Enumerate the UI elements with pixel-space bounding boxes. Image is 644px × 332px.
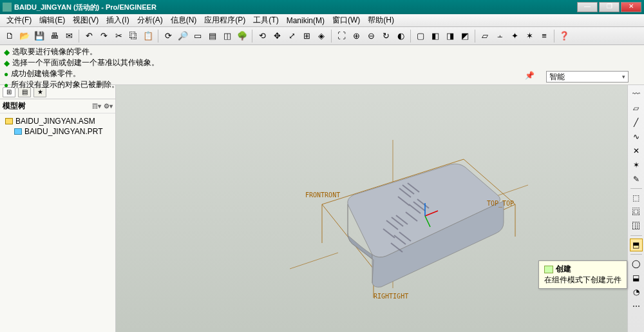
assemble-icon[interactable]: ⬚: [630, 191, 643, 204]
zoom-out-icon[interactable]: ⊖: [364, 29, 378, 43]
select-icon[interactable]: ▭: [191, 29, 205, 43]
redo-icon[interactable]: ↷: [97, 29, 111, 43]
menu-manikin[interactable]: Manikin(M): [283, 15, 328, 26]
csys-icon[interactable]: ✶: [630, 159, 643, 171]
annotation-icon[interactable]: ≡: [537, 29, 551, 43]
datum-plane-icon[interactable]: ▱: [478, 29, 492, 43]
datum-axis-icon[interactable]: ╱: [630, 116, 643, 129]
tree-child[interactable]: BAIDU_JINGYAN.PRT: [3, 126, 113, 137]
new-icon[interactable]: 🗋: [3, 29, 17, 43]
extrude-icon[interactable]: ⬓: [630, 271, 643, 284]
sidebar: ⊞ ▤ ★ 模型树 ☶▾ ⚙▾ BAIDU_JINGYAN.ASM BAIDU_…: [0, 85, 116, 332]
paste-icon[interactable]: 📋: [141, 29, 155, 43]
nohidden-icon[interactable]: ◨: [443, 29, 457, 43]
bullet-icon: ◆: [4, 59, 10, 68]
datum-point-icon[interactable]: ✕: [630, 144, 643, 157]
datum-csys-icon[interactable]: ✶: [522, 29, 536, 43]
pan-icon[interactable]: ✥: [270, 29, 284, 43]
minimize-button[interactable]: —: [577, 2, 598, 12]
find-icon[interactable]: 🔎: [176, 29, 190, 43]
toolbar: 🗋 📂 💾 🖶 ✉ ↶ ↷ ✂ ⿻ 📋 ⟳ 🔎 ▭ ▤ ◫ 🌳 ⟲ ✥ ⤢ ⊞ …: [0, 27, 644, 45]
zoom-icon[interactable]: ⤢: [285, 29, 299, 43]
menu-edit[interactable]: 编辑(E): [35, 14, 69, 27]
menu-help[interactable]: 帮助(H): [364, 14, 398, 27]
toolbar-sep: [331, 30, 332, 43]
maximize-button[interactable]: ❐: [599, 2, 620, 12]
tooltip-icon: [544, 266, 553, 273]
menu-insert[interactable]: 插入(I): [102, 14, 133, 27]
viewport[interactable]: FRONTRONT TOP_TOP RIGHTIGHT: [116, 85, 627, 332]
toolbar-sep: [630, 254, 642, 255]
orient-icon[interactable]: ⊞: [299, 29, 314, 43]
close-button[interactable]: ✕: [621, 2, 641, 12]
model-display: [290, 121, 541, 301]
tree-root[interactable]: BAIDU_JINGYAN.ASM: [3, 116, 113, 126]
toolbar-sep: [252, 30, 252, 43]
tree-show-icon[interactable]: ☶▾: [92, 103, 101, 110]
cut-icon[interactable]: ✂: [111, 29, 126, 43]
open-icon[interactable]: 📂: [17, 29, 32, 43]
copy-icon[interactable]: ⿻: [126, 29, 140, 43]
hidden-icon[interactable]: ◧: [428, 29, 442, 43]
selection-filter-dropdown[interactable]: 智能: [546, 71, 629, 83]
part-icon: [14, 128, 22, 135]
menu-application[interactable]: 应用程序(P): [200, 14, 249, 27]
toolbar-sep: [475, 30, 475, 43]
pattern-icon[interactable]: ⿲: [630, 220, 643, 233]
shading-icon[interactable]: ◩: [458, 29, 472, 43]
menu-tools[interactable]: 工具(T): [249, 14, 282, 27]
bullet-icon: ◆: [4, 48, 10, 57]
main-area: ⊞ ▤ ★ 模型树 ☶▾ ⚙▾ BAIDU_JINGYAN.ASM BAIDU_…: [0, 85, 644, 332]
window-title: BAIDU_JINGYAN (活动的) - Pro/ENGINEER: [14, 3, 577, 12]
undo-icon[interactable]: ↶: [82, 29, 96, 43]
hole-icon[interactable]: ◯: [630, 257, 643, 270]
component-icon[interactable]: ⿴: [630, 206, 643, 219]
tree-item-label: BAIDU_JINGYAN.ASM: [15, 117, 95, 126]
saved-view-icon[interactable]: ◈: [314, 29, 328, 43]
save-icon[interactable]: 💾: [32, 29, 46, 43]
print-icon[interactable]: 🖶: [47, 29, 61, 43]
mail-icon[interactable]: ✉: [62, 29, 76, 43]
assembly-icon: [5, 118, 13, 124]
datum-point-icon[interactable]: ✦: [507, 29, 522, 43]
wireframe-icon[interactable]: ▢: [413, 29, 428, 43]
menu-view[interactable]: 视图(V): [69, 14, 102, 27]
tree-settings-icon[interactable]: ⚙▾: [104, 103, 113, 110]
menu-info[interactable]: 信息(N): [167, 14, 201, 27]
menu-file[interactable]: 文件(F): [3, 14, 35, 27]
model-tree: BAIDU_JINGYAN.ASM BAIDU_JINGYAN.PRT: [0, 113, 115, 139]
tooltip-title: 创建: [556, 264, 571, 275]
app-icon: [3, 3, 12, 12]
datum-right-label: RIGHTIGHT: [374, 293, 408, 300]
help-icon[interactable]: ❓: [557, 29, 571, 43]
msg-line: 所有没有显示的对象已被删除。: [11, 79, 119, 90]
toolbar-sep: [630, 188, 642, 189]
model-tree-icon[interactable]: 🌳: [235, 29, 249, 43]
tree-header: 模型树 ☶▾ ⚙▾: [0, 99, 115, 113]
datum-axis-icon[interactable]: ⫠: [493, 29, 507, 43]
layers-icon[interactable]: ▤: [205, 29, 220, 43]
title-bar: BAIDU_JINGYAN (活动的) - Pro/ENGINEER — ❐ ✕: [0, 0, 644, 14]
tree-title: 模型树: [3, 101, 26, 112]
more-icon[interactable]: ⋯: [630, 300, 643, 313]
repaint-icon[interactable]: ↻: [379, 29, 393, 43]
shade-icon[interactable]: ◐: [393, 29, 408, 43]
toolbar-sep: [410, 30, 411, 43]
regen-icon[interactable]: ⟳: [161, 29, 175, 43]
view-mgr-icon[interactable]: ◫: [220, 29, 234, 43]
refit-icon[interactable]: ⛶: [334, 29, 348, 43]
spin-icon[interactable]: ⟲: [255, 29, 269, 43]
tree-item-label: BAIDU_JINGYAN.PRT: [24, 127, 103, 136]
sketch-icon[interactable]: ✎: [630, 173, 643, 186]
curve-icon[interactable]: ∿: [630, 130, 643, 143]
pin-icon[interactable]: 📌: [525, 71, 535, 80]
datum-plane-icon[interactable]: ▱: [630, 102, 643, 115]
create-component-icon[interactable]: ⬒: [630, 239, 643, 251]
toolbar-sep: [79, 30, 79, 43]
tooltip: 创建 在组件模式下创建元件: [538, 260, 627, 289]
menu-window[interactable]: 窗口(W): [328, 14, 364, 27]
zoom-in-icon[interactable]: ⊕: [349, 29, 363, 43]
menu-analysis[interactable]: 分析(A): [133, 14, 167, 27]
revolve-icon[interactable]: ◔: [630, 286, 643, 298]
datum-front-label: FRONTRONT: [305, 191, 340, 199]
